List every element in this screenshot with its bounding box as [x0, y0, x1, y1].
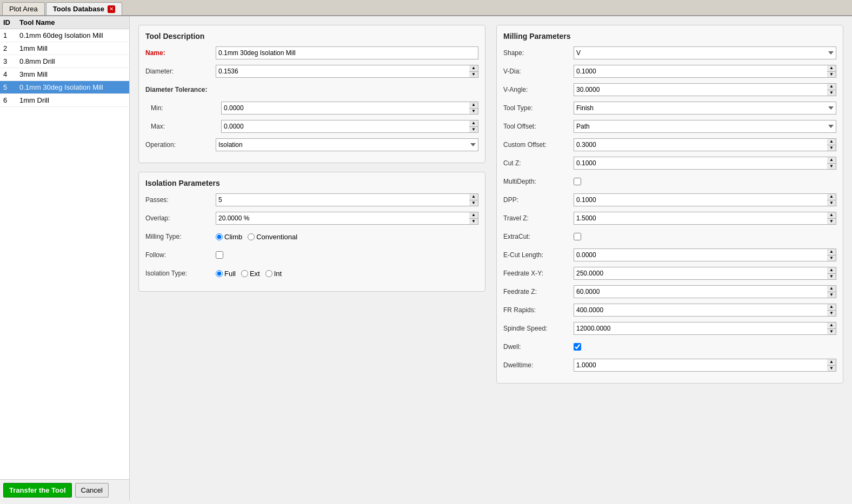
- fr-rapids-spin-down[interactable]: ▼: [827, 311, 836, 317]
- spindle-speed-input[interactable]: [574, 322, 827, 335]
- fr-rapids-row: FR Rapids: ▲ ▼: [503, 303, 836, 317]
- fr-rapids-input[interactable]: [574, 304, 827, 317]
- tool-id: 5: [3, 83, 19, 91]
- tool-row[interactable]: 1 0.1mm 60deg Isolation Mill: [0, 29, 129, 42]
- passes-input[interactable]: [216, 193, 469, 206]
- tool-name: 1mm Mill: [19, 44, 126, 52]
- max-input[interactable]: [221, 120, 469, 133]
- extra-cut-checkbox[interactable]: [574, 233, 581, 240]
- tool-row-selected[interactable]: 5 0.1mm 30deg Isolation Mill: [0, 81, 129, 94]
- dwell-checkbox[interactable]: [574, 343, 581, 351]
- isolation-parameters-title: Isolation Parameters: [145, 179, 478, 187]
- spindle-speed-spin-up[interactable]: ▲: [827, 322, 836, 329]
- overlap-row: Overlap: ▲ ▼: [145, 211, 478, 225]
- diameter-spin-down[interactable]: ▼: [469, 72, 478, 78]
- tool-list-panel: ID Tool Name 1 0.1mm 60deg Isolation Mil…: [0, 16, 130, 501]
- dwelltime-spin-up[interactable]: ▲: [827, 359, 836, 366]
- tool-offset-select[interactable]: Path In Out: [574, 120, 836, 133]
- max-row: Max: ▲ ▼: [145, 119, 478, 133]
- diameter-spin-up[interactable]: ▲: [469, 65, 478, 72]
- fr-rapids-spin-up[interactable]: ▲: [827, 304, 836, 311]
- tool-row[interactable]: 2 1mm Mill: [0, 42, 129, 55]
- passes-spin-up[interactable]: ▲: [469, 194, 478, 200]
- dpp-spin-down[interactable]: ▼: [827, 200, 836, 206]
- cut-z-input[interactable]: [574, 157, 827, 170]
- feedrate-z-spin-buttons: ▲ ▼: [827, 285, 836, 298]
- dwelltime-input[interactable]: [574, 359, 827, 372]
- milling-type-climb-radio[interactable]: [216, 233, 223, 240]
- cut-z-label: Cut Z:: [503, 159, 574, 167]
- dwell-row: Dwell:: [503, 340, 836, 354]
- v-angle-input[interactable]: [574, 83, 827, 96]
- follow-checkbox[interactable]: [216, 251, 223, 259]
- tool-id: 3: [3, 57, 19, 65]
- feedrate-z-spin-down[interactable]: ▼: [827, 292, 836, 298]
- tool-type-select[interactable]: Finish Roughing: [574, 102, 836, 115]
- feedrate-xy-input[interactable]: [574, 267, 827, 280]
- diameter-input[interactable]: [216, 65, 469, 78]
- v-dia-input[interactable]: [574, 65, 827, 78]
- e-cut-length-spin-down[interactable]: ▼: [827, 256, 836, 261]
- overlap-spinner: ▲ ▼: [216, 212, 478, 225]
- tool-row[interactable]: 6 1mm Drill: [0, 94, 129, 107]
- tab-tools-database[interactable]: Tools Database ✕: [46, 2, 122, 15]
- operation-select[interactable]: Isolation Drilling Milling Cutout: [216, 138, 478, 151]
- custom-offset-spin-up[interactable]: ▲: [827, 139, 836, 145]
- max-spin-up[interactable]: ▲: [469, 120, 478, 127]
- milling-type-climb-option[interactable]: Climb: [216, 233, 242, 241]
- min-spin-down[interactable]: ▼: [469, 109, 478, 115]
- tool-row[interactable]: 4 3mm Mill: [0, 68, 129, 81]
- min-input[interactable]: [221, 102, 469, 115]
- isolation-type-int-radio[interactable]: [265, 270, 272, 277]
- multi-depth-checkbox[interactable]: [574, 178, 581, 185]
- feedrate-xy-spin-down[interactable]: ▼: [827, 274, 836, 280]
- transfer-tool-button[interactable]: Transfer the Tool: [3, 483, 72, 498]
- travel-z-input[interactable]: [574, 212, 827, 225]
- v-angle-spin-down[interactable]: ▼: [827, 90, 836, 96]
- cut-z-spin-down[interactable]: ▼: [827, 164, 836, 170]
- sections-row: Tool Description Name: Diameter: ▲ ▼: [138, 25, 843, 392]
- tool-row[interactable]: 3 0.8mm Drill: [0, 55, 129, 68]
- tab-bar: Plot Area Tools Database ✕: [0, 0, 852, 16]
- tool-description-title: Tool Description: [145, 32, 478, 41]
- dpp-input[interactable]: [574, 193, 827, 206]
- custom-offset-input[interactable]: [574, 138, 827, 151]
- cancel-button[interactable]: Cancel: [75, 483, 109, 498]
- cut-z-spin-up[interactable]: ▲: [827, 157, 836, 164]
- dpp-spin-buttons: ▲ ▼: [827, 193, 836, 206]
- v-angle-spin-up[interactable]: ▲: [827, 84, 836, 90]
- milling-type-conventional-radio[interactable]: [248, 233, 255, 240]
- travel-z-spin-up[interactable]: ▲: [827, 212, 836, 219]
- overlap-spin-up[interactable]: ▲: [469, 212, 478, 219]
- tab-plot-area[interactable]: Plot Area: [2, 2, 45, 15]
- shape-select[interactable]: V C1 C2 B: [574, 46, 836, 59]
- diameter-row: Diameter: ▲ ▼: [145, 64, 478, 78]
- tab-tools-database-close[interactable]: ✕: [108, 5, 115, 13]
- milling-type-conventional-option[interactable]: Conventional: [248, 233, 297, 241]
- isolation-type-full-option[interactable]: Full: [216, 270, 236, 278]
- min-spin-up[interactable]: ▲: [469, 102, 478, 109]
- feedrate-z-spinner: ▲ ▼: [574, 285, 836, 298]
- dwelltime-spin-down[interactable]: ▼: [827, 366, 836, 372]
- v-dia-spin-down[interactable]: ▼: [827, 72, 836, 78]
- max-spin-down[interactable]: ▼: [469, 127, 478, 133]
- passes-spin-down[interactable]: ▼: [469, 200, 478, 206]
- overlap-input[interactable]: [216, 212, 469, 225]
- isolation-type-ext-option[interactable]: Ext: [241, 270, 260, 278]
- follow-label: Follow:: [145, 251, 216, 259]
- isolation-type-ext-radio[interactable]: [241, 270, 248, 277]
- feedrate-z-input[interactable]: [574, 285, 827, 298]
- overlap-spin-down[interactable]: ▼: [469, 219, 478, 225]
- feedrate-xy-spin-up[interactable]: ▲: [827, 267, 836, 274]
- name-input[interactable]: [216, 46, 478, 59]
- custom-offset-spin-down[interactable]: ▼: [827, 145, 836, 151]
- spindle-speed-spin-down[interactable]: ▼: [827, 329, 836, 335]
- isolation-type-full-radio[interactable]: [216, 270, 223, 277]
- e-cut-length-input[interactable]: [574, 248, 827, 261]
- v-dia-spin-up[interactable]: ▲: [827, 65, 836, 72]
- dpp-spin-up[interactable]: ▲: [827, 194, 836, 200]
- isolation-type-int-option[interactable]: Int: [265, 270, 282, 278]
- travel-z-spin-down[interactable]: ▼: [827, 219, 836, 225]
- feedrate-z-spin-up[interactable]: ▲: [827, 286, 836, 292]
- e-cut-length-spin-up[interactable]: ▲: [827, 249, 836, 256]
